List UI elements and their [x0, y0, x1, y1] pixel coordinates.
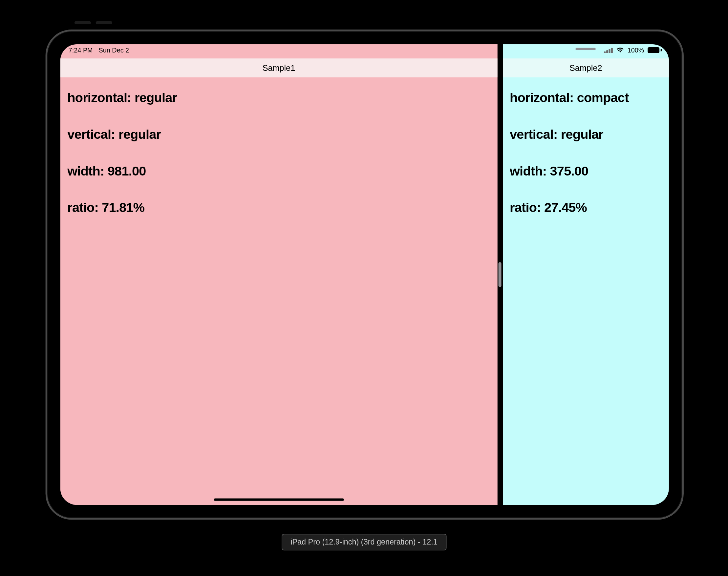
- metric-horizontal-right: horizontal: compact: [510, 90, 662, 106]
- body-right: horizontal: compact vertical: regular wi…: [503, 78, 669, 505]
- nav-title-right: Sample2: [569, 63, 602, 73]
- nav-bar-right: Sample2: [503, 58, 669, 78]
- device-badge: iPad Pro (12.9-inch) (3rd generation) - …: [282, 534, 446, 550]
- metric-width-left: width: 981.00: [67, 164, 490, 179]
- metric-ratio-right: ratio: 27.45%: [510, 200, 662, 215]
- status-time: 7:24 PM: [68, 47, 93, 54]
- body-left: horizontal: regular vertical: regular wi…: [60, 78, 498, 505]
- split-view: 7:24 PM Sun Dec 2 Sample1 horizontal: re…: [60, 44, 669, 505]
- split-divider[interactable]: [497, 44, 503, 505]
- wifi-icon: [616, 47, 624, 53]
- app-left: 7:24 PM Sun Dec 2 Sample1 horizontal: re…: [60, 44, 498, 505]
- metric-vertical-right: vertical: regular: [510, 127, 662, 142]
- multitask-grabber-icon[interactable]: [576, 48, 596, 50]
- app-right: 100% Sample2 horizontal: compact: [503, 44, 669, 505]
- hw-volume-up: [75, 21, 91, 24]
- battery-percent: 100%: [627, 47, 644, 54]
- battery-icon: [648, 47, 662, 53]
- split-handle-icon[interactable]: [499, 262, 502, 287]
- home-indicator[interactable]: [214, 498, 344, 500]
- metric-horizontal-left: horizontal: regular: [67, 90, 490, 106]
- metric-vertical-left: vertical: regular: [67, 127, 490, 142]
- ipad-screen[interactable]: 7:24 PM Sun Dec 2 Sample1 horizontal: re…: [60, 44, 669, 505]
- status-bar-left: 7:24 PM Sun Dec 2: [60, 44, 498, 58]
- metric-ratio-left: ratio: 71.81%: [67, 200, 490, 215]
- hw-volume-down: [96, 21, 112, 24]
- cellular-icon: [604, 47, 613, 53]
- status-date: Sun Dec 2: [99, 47, 129, 54]
- nav-title-left: Sample1: [262, 63, 295, 73]
- nav-bar-left: Sample1: [60, 58, 498, 78]
- status-bar-right: 100%: [503, 44, 669, 58]
- ipad-frame: 7:24 PM Sun Dec 2 Sample1 horizontal: re…: [46, 30, 684, 520]
- simulator-stage: 7:24 PM Sun Dec 2 Sample1 horizontal: re…: [0, 0, 728, 567]
- metric-width-right: width: 375.00: [510, 164, 662, 179]
